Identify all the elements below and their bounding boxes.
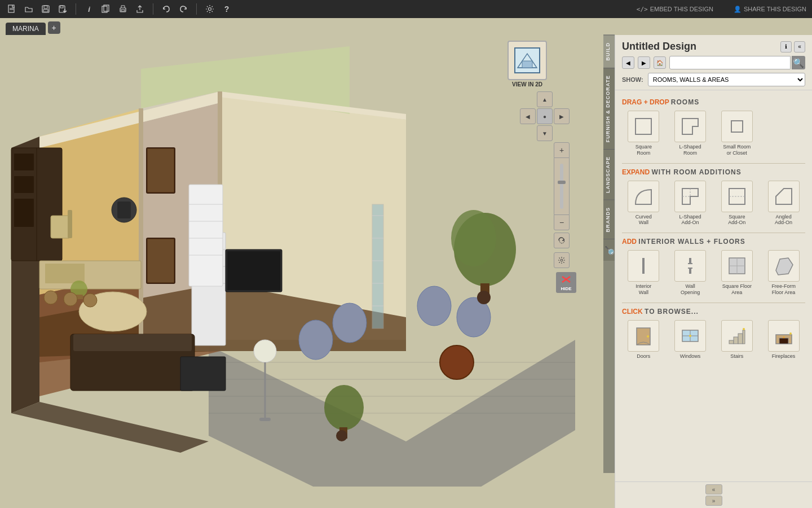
svg-point-15: [209, 8, 211, 11]
l-shaped-addon-item[interactable]: L-ShapedAdd-On: [669, 181, 712, 226]
panel-back-button[interactable]: ◀: [622, 56, 634, 69]
show-dropdown[interactable]: ROOMS, WALLS & AREAS FURNITURE ALL: [648, 73, 805, 86]
interior-wall-item[interactable]: InteriorWall: [622, 250, 665, 296]
nav-center-button[interactable]: ●: [537, 108, 553, 124]
rotate-button[interactable]: [554, 233, 570, 248]
divider-3: [622, 303, 805, 303]
svg-point-78: [440, 345, 474, 379]
zoom-slider[interactable]: [554, 158, 570, 214]
floor-plan-view[interactable]: [0, 35, 592, 487]
panel-collapse-up-button[interactable]: «: [705, 484, 722, 494]
open-icon[interactable]: [23, 3, 35, 15]
help-icon[interactable]: ?: [220, 3, 233, 15]
svg-point-90: [83, 294, 97, 307]
panel-expand-down-button[interactable]: »: [705, 496, 722, 506]
freeform-floor-icon: [768, 250, 800, 282]
divider-2: [622, 233, 805, 233]
settings-gear-icon[interactable]: [204, 3, 216, 15]
panel-home-button[interactable]: 🏠: [654, 56, 666, 69]
view-2d-button[interactable]: VIEW IN 2D: [508, 41, 547, 87]
stairs-item[interactable]: Stairs: [716, 320, 759, 360]
canvas-settings-button[interactable]: [554, 252, 570, 268]
tab-marina[interactable]: MARINA: [6, 23, 46, 35]
fireplaces-item[interactable]: Fireplaces: [762, 320, 805, 360]
small-room-item[interactable]: Small Roomor Closet: [716, 111, 759, 156]
wall-opening-item[interactable]: WallOpening: [669, 250, 712, 296]
square-floor-item[interactable]: Square FloorArea: [716, 250, 759, 296]
svg-rect-65: [180, 357, 226, 391]
panel-search-input[interactable]: [669, 56, 791, 69]
pages-icon[interactable]: [100, 3, 112, 15]
share-button[interactable]: 👤 SHARE THIS DESIGN: [734, 6, 806, 13]
panel-header: Untitled Design ℹ « ◀ ▶ 🏠 🔍 SHOW: ROOMS,…: [615, 35, 812, 90]
landscape-tab[interactable]: LANDSCAPE: [603, 149, 615, 200]
save-icon[interactable]: [39, 3, 52, 15]
export-icon[interactable]: [134, 3, 146, 15]
nav-left-button[interactable]: ◀: [520, 108, 536, 124]
svg-rect-53: [51, 216, 70, 238]
divider-1: [622, 163, 805, 164]
angled-addon-icon: [768, 181, 800, 212]
new-icon[interactable]: [6, 3, 18, 15]
redo-icon[interactable]: [177, 3, 189, 15]
svg-rect-38: [148, 239, 174, 282]
doors-icon: [628, 320, 659, 352]
print-icon[interactable]: [117, 3, 129, 15]
zoom-out-button[interactable]: −: [554, 214, 570, 230]
svg-point-89: [64, 292, 77, 306]
square-addon-item[interactable]: SquareAdd-On: [716, 181, 759, 226]
interior-walls-grid: InteriorWall WallOpening Square FloorAre…: [622, 250, 805, 296]
side-tabs: BUILD FURNISH & DECORATE LANDSCAPE BRAND…: [603, 35, 615, 473]
info-icon[interactable]: i: [83, 3, 95, 15]
windows-item[interactable]: Windows: [669, 320, 712, 360]
collapse-panel-icon[interactable]: «: [794, 41, 805, 52]
freeform-floor-label: Free-FormFloor Area: [771, 283, 796, 296]
svg-rect-14: [121, 10, 125, 11]
canvas-area[interactable]: VIEW IN 2D ▲ ◀ ● ▶ ▼ +: [0, 35, 615, 508]
main-area: VIEW IN 2D ▲ ◀ ● ▶ ▼ +: [0, 35, 812, 508]
save-as-icon[interactable]: [56, 3, 69, 15]
curved-wall-item[interactable]: CurvedWall: [622, 181, 665, 226]
stairs-label: Stairs: [730, 353, 743, 360]
build-tab[interactable]: BUILD: [603, 35, 615, 68]
square-addon-icon: [721, 181, 753, 212]
panel-forward-button[interactable]: ▶: [638, 56, 650, 69]
sep1: [76, 3, 76, 15]
angled-addon-item[interactable]: AngledAdd-On: [762, 181, 805, 226]
svg-rect-49: [14, 199, 34, 227]
embed-button[interactable]: </> EMBED THIS DESIGN: [637, 6, 713, 13]
svg-rect-125: [743, 330, 745, 344]
right-panel: Untitled Design ℹ « ◀ ▶ 🏠 🔍 SHOW: ROOMS,…: [615, 35, 812, 508]
svg-rect-128: [779, 338, 788, 344]
doors-item[interactable]: Doors: [622, 320, 665, 360]
show-row: SHOW: ROOMS, WALLS & AREAS FURNITURE ALL: [622, 73, 805, 86]
search-tab[interactable]: 🔍: [603, 239, 615, 261]
undo-icon[interactable]: [160, 3, 173, 15]
zoom-slider-handle[interactable]: [558, 181, 566, 184]
svg-marker-115: [776, 258, 793, 275]
furnish-tab[interactable]: FURNISH & DECORATE: [603, 68, 615, 149]
svg-point-95: [561, 259, 563, 261]
wall-opening-label: WallOpening: [681, 283, 700, 296]
freeform-floor-item[interactable]: Free-FormFloor Area: [762, 250, 805, 296]
svg-point-74: [299, 320, 333, 360]
l-shaped-room-item[interactable]: L-ShapedRoom: [669, 111, 712, 156]
square-room-item[interactable]: SquareRoom: [622, 111, 665, 156]
hide-button[interactable]: HIDE: [556, 272, 576, 293]
svg-rect-87: [117, 202, 131, 218]
nav-up-button[interactable]: ▲: [537, 91, 553, 107]
add-tab-button[interactable]: +: [48, 21, 60, 34]
brands-tab[interactable]: BRANDS: [603, 200, 615, 239]
curved-wall-icon: [628, 181, 659, 212]
square-room-label: SquareRoom: [636, 144, 652, 156]
svg-rect-48: [14, 176, 34, 193]
zoom-controls: + −: [554, 142, 570, 230]
zoom-in-button[interactable]: +: [554, 142, 570, 158]
panel-search-button[interactable]: 🔍: [792, 56, 805, 69]
interior-wall-label: InteriorWall: [636, 283, 651, 296]
info-panel-icon[interactable]: ℹ: [780, 41, 792, 52]
nav-right-button[interactable]: ▶: [554, 108, 570, 124]
angled-addon-label: AngledAdd-On: [775, 214, 792, 226]
l-shaped-room-label: L-ShapedRoom: [679, 144, 701, 156]
nav-down-button[interactable]: ▼: [537, 125, 553, 141]
